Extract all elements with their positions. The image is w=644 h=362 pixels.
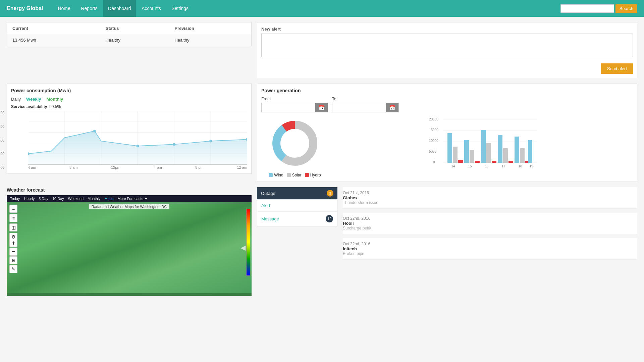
nav-reports[interactable]: Reports — [76, 0, 102, 17]
outage-events-row: Outage 3 Alert Message 12 — [257, 187, 637, 260]
svg-rect-37 — [486, 143, 491, 163]
power-generation: Power generation From 08/14/2017 📅 To 08… — [257, 84, 637, 182]
send-alert-button[interactable]: Send alert — [601, 63, 633, 74]
tab-monthly[interactable]: Monthly — [46, 97, 63, 102]
compass-btn[interactable]: ⊕ — [9, 256, 17, 264]
event-company-2: Hooli — [343, 221, 637, 226]
map-nav-more[interactable]: More Forecasts ▼ — [117, 197, 148, 201]
to-calendar-button[interactable]: 📅 — [386, 103, 398, 112]
col-status: Status — [100, 22, 169, 34]
map-nav-today[interactable]: Today — [10, 197, 20, 201]
line-chart-svg — [28, 111, 247, 164]
outage-tab-row: Alert Message 12 — [257, 199, 337, 226]
map-nav-10day[interactable]: 10 Day — [52, 197, 64, 201]
outage-alert-item[interactable]: Alert — [257, 200, 337, 212]
alert-label: New alert — [261, 27, 633, 32]
map-nav-maps[interactable]: Maps — [105, 197, 114, 201]
left-col-top: Current Status Prevision 13 456 Mwh Heal… — [7, 22, 252, 78]
left-col-middle: Power consumption (Mwh) Daily Weekly Mon… — [7, 84, 252, 182]
to-date-input[interactable]: 08/19/2017 — [332, 103, 386, 112]
map-layers-btn[interactable]: ≡ — [9, 205, 17, 213]
events-section: Oct 21st, 2016 Globex Thunderstorm issue… — [343, 187, 637, 260]
from-calendar-button[interactable]: 📅 — [315, 103, 328, 112]
zoom-controls: + − ⊕ ✎ — [9, 239, 17, 273]
search-button[interactable]: Search — [615, 4, 637, 13]
from-input-row: 08/14/2017 📅 — [261, 103, 328, 112]
power-generation-title: Power generation — [261, 88, 633, 93]
legend-solar: Solar — [287, 173, 302, 177]
map-radar-btn[interactable]: ◫ — [9, 223, 17, 231]
nav-dashboard[interactable]: Dashboard — [103, 0, 136, 17]
event-item-3: Oct 22nd, 2016 Initech Broken pipe — [343, 238, 637, 260]
event-company-3: Initech — [343, 246, 637, 251]
zoom-in-btn[interactable]: + — [9, 239, 17, 247]
zoom-out-btn[interactable]: − — [9, 248, 17, 256]
svg-point-15 — [209, 140, 212, 142]
hydro-dot — [305, 173, 309, 177]
alert-link[interactable]: Alert — [261, 203, 270, 208]
val-current: 13 456 Mwh — [7, 34, 100, 46]
map-bg: Radar and Weather Maps for Washington, D… — [7, 202, 252, 293]
svg-text:16: 16 — [485, 164, 489, 168]
val-status: Healthy — [100, 34, 169, 46]
svg-text:0: 0 — [433, 160, 435, 164]
tab-weekly[interactable]: Weekly — [26, 97, 41, 102]
svg-text:17: 17 — [501, 164, 505, 168]
service-avail-value: 99.5% — [49, 104, 61, 109]
nav-accounts[interactable]: Accounts — [137, 0, 166, 17]
bar-chart-svg: 20000 15000 10000 5000 0 — [332, 116, 633, 170]
to-label: To — [332, 97, 399, 101]
bar-chart-wrap: 20000 15000 10000 5000 0 — [332, 116, 633, 177]
map-nav-5day[interactable]: 5 Day — [39, 197, 48, 201]
wind-dot — [269, 173, 273, 177]
outage-message-item[interactable]: Message 12 — [257, 212, 337, 226]
color-scale — [246, 209, 250, 276]
tab-daily[interactable]: Daily — [11, 97, 21, 102]
right-col-middle: Power generation From 08/14/2017 📅 To 08… — [257, 84, 637, 182]
event-date-1: Oct 21st, 2016 — [343, 191, 637, 195]
main-nav: Home Reports Dashboard Accounts Settings — [53, 0, 193, 17]
donut-chart-svg — [268, 116, 322, 170]
outage-label: Outage — [261, 191, 275, 196]
map-nav-monthly[interactable]: Monthly — [88, 197, 101, 201]
svg-rect-38 — [492, 161, 496, 163]
outage-tab-header: Outage 3 — [257, 187, 337, 199]
nav-settings[interactable]: Settings — [167, 0, 193, 17]
map-arrow[interactable]: ◀ — [240, 244, 246, 252]
svg-rect-39 — [498, 135, 502, 163]
map-nav: Today Hourly 5 Day 10 Day Weekend Monthl… — [7, 195, 252, 202]
hydro-label: Hydro — [310, 173, 321, 177]
from-label: From — [261, 97, 328, 101]
map-area: Radar and Weather Maps for Washington, D… — [7, 202, 252, 293]
svg-point-13 — [137, 145, 139, 147]
wind-label: Wind — [274, 173, 283, 177]
svg-text:14: 14 — [451, 164, 455, 168]
edit-btn[interactable]: ✎ — [9, 265, 17, 273]
map-controls: ≡ ≋ ◫ ⚙ — [9, 205, 17, 241]
y-axis-labels: 30000 25000 20000 15000 10000 — [0, 111, 4, 169]
svg-text:15000: 15000 — [429, 128, 438, 132]
search-input[interactable] — [560, 4, 614, 13]
weather-map: Today Hourly 5 Day 10 Day Weekend Monthl… — [7, 195, 252, 296]
message-link[interactable]: Message — [261, 216, 279, 221]
power-consumption-tabs: Daily Weekly Monthly — [11, 97, 247, 102]
svg-rect-35 — [475, 161, 480, 163]
left-col-bottom: Weather forecast Today Hourly 5 Day 10 D… — [7, 187, 252, 296]
map-nav-hourly[interactable]: Hourly — [24, 197, 35, 201]
alert-textarea[interactable] — [261, 34, 633, 57]
svg-point-12 — [93, 130, 96, 133]
event-item-2: Oct 22nd, 2016 Hooli Surcharge peak — [343, 213, 637, 234]
solar-label: Solar — [292, 173, 302, 177]
map-location-label: Radar and Weather Maps for Washington, D… — [89, 204, 169, 209]
map-filter-btn[interactable]: ≋ — [9, 214, 17, 222]
map-nav-weekend[interactable]: Weekend — [68, 197, 84, 201]
event-desc-2: Surcharge peak — [343, 226, 637, 230]
nav-home[interactable]: Home — [53, 0, 75, 17]
service-avail-label: Service availability — [11, 104, 47, 109]
svg-rect-40 — [503, 148, 508, 163]
from-date-input[interactable]: 08/14/2017 — [262, 103, 315, 112]
svg-text:5000: 5000 — [429, 150, 437, 153]
svg-rect-42 — [515, 137, 519, 163]
svg-text:15: 15 — [468, 164, 472, 168]
val-prevision: Healthy — [169, 34, 251, 46]
